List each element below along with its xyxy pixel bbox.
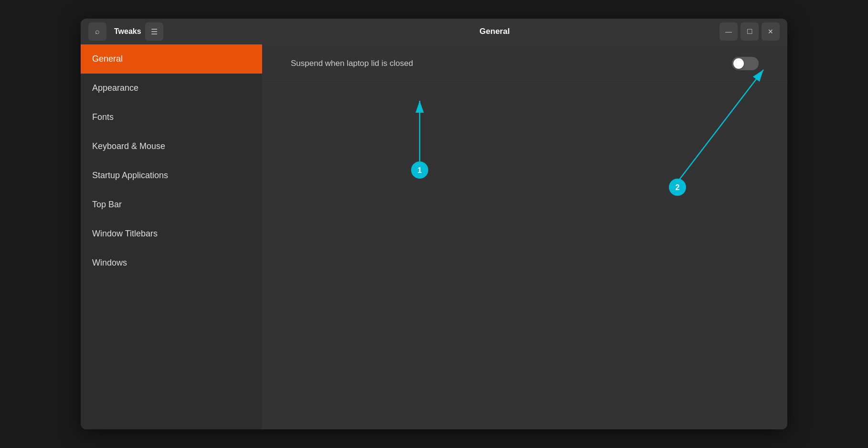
annotation-circle-2: [669, 179, 686, 196]
suspend-lid-toggle[interactable]: [732, 57, 759, 70]
search-button[interactable]: ⌕: [88, 22, 106, 41]
sidebar-item-windows[interactable]: Windows: [81, 248, 262, 277]
sidebar-item-window-titlebars[interactable]: Window Titlebars: [81, 219, 262, 248]
annotation-number-2: 2: [676, 183, 680, 192]
close-button[interactable]: ✕: [762, 22, 780, 41]
annotation-number-1: 1: [418, 166, 422, 174]
sidebar: General Appearance Fonts Keyboard & Mous…: [81, 44, 262, 429]
app-window: ⌕ Tweaks ☰ General — ☐ ✕ General: [81, 19, 787, 429]
sidebar-item-top-bar[interactable]: Top Bar: [81, 190, 262, 219]
maximize-icon: ☐: [747, 28, 753, 35]
menu-icon: ☰: [151, 27, 158, 36]
annotations-overlay: 1 2: [262, 44, 787, 429]
sidebar-item-general[interactable]: General: [81, 44, 262, 74]
content-area: General Appearance Fonts Keyboard & Mous…: [81, 44, 787, 429]
menu-button[interactable]: ☰: [145, 22, 163, 41]
main-content: Suspend when laptop lid is closed: [262, 44, 787, 429]
sidebar-item-appearance[interactable]: Appearance: [81, 74, 262, 103]
sidebar-item-fonts[interactable]: Fonts: [81, 103, 262, 132]
toggle-thumb: [733, 58, 744, 69]
window-controls: — ☐ ✕: [720, 22, 780, 41]
search-icon: ⌕: [95, 27, 100, 36]
setting-label-suspend: Suspend when laptop lid is closed: [291, 59, 732, 68]
app-title: Tweaks: [114, 27, 141, 36]
minimize-button[interactable]: —: [720, 22, 738, 41]
annotation-circle-1: [411, 161, 428, 179]
annotation-arrow-2: [677, 70, 763, 182]
window-title: General: [270, 27, 720, 36]
titlebar: ⌕ Tweaks ☰ General — ☐ ✕: [81, 19, 787, 44]
minimize-icon: —: [725, 28, 732, 35]
toggle-track: [732, 57, 759, 70]
close-icon: ✕: [768, 28, 773, 35]
setting-row-suspend: Suspend when laptop lid is closed: [262, 44, 787, 83]
maximize-button[interactable]: ☐: [741, 22, 759, 41]
sidebar-item-startup-applications[interactable]: Startup Applications: [81, 161, 262, 190]
sidebar-item-keyboard-mouse[interactable]: Keyboard & Mouse: [81, 132, 262, 161]
titlebar-left: ⌕ Tweaks ☰: [88, 22, 270, 41]
